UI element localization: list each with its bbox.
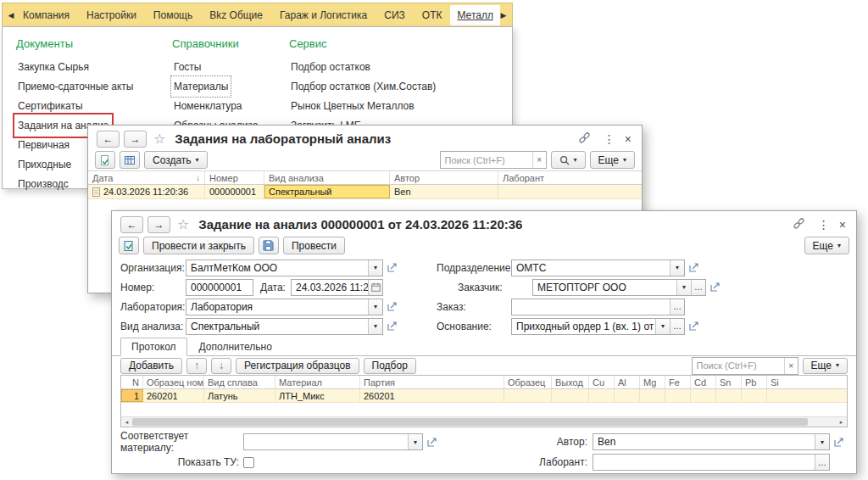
menu-item-metall[interactable]: Металл bbox=[450, 5, 499, 25]
window-menu-icon[interactable]: ⋮ bbox=[818, 218, 830, 232]
column-header-date[interactable]: Дата↓ bbox=[88, 171, 205, 184]
menu-item-zakupka-syrya[interactable]: Закупка Сырья bbox=[16, 58, 91, 76]
more-button[interactable]: Еще▾ bbox=[804, 237, 849, 254]
menu-item-sertifikaty[interactable]: Сертификаты bbox=[16, 97, 85, 115]
open-link-icon[interactable] bbox=[387, 321, 398, 332]
grid-col-batch[interactable]: Партия bbox=[360, 376, 504, 388]
ellipsis-button[interactable]: … bbox=[815, 455, 829, 470]
clear-search-icon[interactable]: × bbox=[784, 358, 798, 374]
grid-search-input[interactable] bbox=[693, 358, 784, 374]
dropdown-icon[interactable]: ▾ bbox=[368, 299, 382, 315]
grid-row[interactable]: 1 260201 Латунь ЛТН_Микс 260201 bbox=[121, 389, 847, 403]
menu-item-siz[interactable]: СИЗ bbox=[376, 5, 414, 25]
grid-cell-output[interactable] bbox=[552, 389, 589, 402]
get-link-icon[interactable] bbox=[578, 132, 591, 145]
grid-col-fe[interactable]: Fe bbox=[665, 376, 691, 388]
grid-col-output[interactable]: Выход bbox=[552, 376, 589, 388]
open-link-icon[interactable] bbox=[833, 437, 844, 448]
grid-cell-alloy[interactable]: Латунь bbox=[204, 389, 275, 402]
grid-col-cd[interactable]: Cd bbox=[691, 376, 716, 388]
cell-author[interactable]: Ben bbox=[390, 185, 498, 198]
grid-cell-batch[interactable]: 260201 bbox=[360, 389, 504, 402]
dropdown-icon[interactable]: ▾ bbox=[655, 319, 670, 334]
close-icon[interactable]: × bbox=[839, 218, 846, 232]
get-link-icon[interactable] bbox=[793, 218, 805, 231]
dropdown-icon[interactable]: ▾ bbox=[368, 260, 382, 276]
open-link-icon[interactable] bbox=[709, 282, 721, 293]
save-button[interactable] bbox=[259, 237, 279, 254]
grid-cell-sample-number[interactable]: 260201 bbox=[143, 389, 204, 402]
menu-item-gosty[interactable]: Госты bbox=[172, 58, 203, 76]
cell-lab[interactable] bbox=[498, 185, 642, 198]
grid-cell-pb[interactable] bbox=[742, 389, 767, 402]
lab-tech-field[interactable]: … bbox=[593, 454, 830, 471]
report-button[interactable] bbox=[95, 151, 115, 169]
register-samples-button[interactable]: Регистрация образцов bbox=[236, 358, 359, 374]
close-icon[interactable]: × bbox=[625, 132, 632, 146]
grid-col-material[interactable]: Материал bbox=[275, 376, 360, 388]
open-link-icon[interactable] bbox=[387, 262, 398, 273]
column-header-author[interactable]: Автор bbox=[390, 171, 498, 184]
tab-dopolnitelno[interactable]: Дополнительно bbox=[189, 338, 282, 355]
menu-item-priemo-sdatochnye-akty[interactable]: Приемо-сдаточные акты bbox=[16, 77, 135, 96]
menu-item-podbor-ostatkov[interactable]: Подбор остатков bbox=[289, 58, 372, 76]
menu-item-proizvods[interactable]: Производс bbox=[16, 175, 70, 193]
grid-col-si[interactable]: Si bbox=[767, 376, 847, 388]
create-button[interactable]: Создать▾ bbox=[144, 151, 208, 169]
grid-col-mg[interactable]: Mg bbox=[640, 376, 665, 388]
favorite-star-icon[interactable]: ☆ bbox=[177, 216, 189, 232]
customer-field[interactable]: МЕТОПТОРГ ООО▾… bbox=[532, 279, 706, 296]
back-button[interactable]: ← bbox=[120, 216, 143, 233]
menu-item-nomenklatura[interactable]: Номенклатура bbox=[172, 97, 244, 115]
post-close-button[interactable]: Провести и закрыть bbox=[143, 237, 254, 254]
grid-cell-sample[interactable] bbox=[504, 389, 552, 402]
grid-cell-cd[interactable] bbox=[691, 389, 716, 402]
grid-col-n[interactable]: N bbox=[121, 376, 143, 388]
cell-number[interactable]: 000000001 bbox=[205, 185, 264, 198]
author-field[interactable]: Ben▾ bbox=[593, 433, 830, 450]
dept-field[interactable]: ОМТС▾ bbox=[511, 260, 685, 276]
scroll-right-icon[interactable]: ▸ bbox=[836, 419, 847, 426]
search-input[interactable] bbox=[441, 152, 532, 168]
table-settings-button[interactable] bbox=[120, 151, 140, 169]
open-link-icon[interactable] bbox=[688, 262, 699, 273]
more-button[interactable]: Еще▾ bbox=[590, 151, 635, 169]
date-field[interactable]: 24.03.2026 11:20:36 bbox=[291, 279, 383, 296]
menu-item-kompaniya[interactable]: Компания bbox=[14, 5, 78, 25]
dropdown-icon[interactable]: ▾ bbox=[368, 319, 382, 334]
menu-item-otk[interactable]: ОТК bbox=[414, 5, 451, 25]
cell-date[interactable]: 24.03.2026 11:20:36 bbox=[88, 185, 205, 198]
org-field[interactable]: БалтМетКом ООО▾ bbox=[186, 260, 383, 276]
horizontal-scrollbar[interactable]: ◂ ▸ bbox=[121, 416, 847, 427]
dropdown-icon[interactable]: ▾ bbox=[670, 260, 684, 276]
dropdown-icon[interactable]: ▾ bbox=[676, 280, 691, 295]
tab-protokol[interactable]: Протокол bbox=[120, 338, 187, 356]
show-tu-checkbox[interactable] bbox=[243, 457, 254, 468]
dropdown-icon[interactable]: ▾ bbox=[408, 434, 422, 449]
order-field[interactable]: … bbox=[511, 299, 685, 315]
search-button[interactable]: ▾ bbox=[551, 151, 586, 169]
grid-col-pb[interactable]: Pb bbox=[742, 376, 767, 388]
menu-item-pervichnaya[interactable]: Первичная bbox=[16, 136, 71, 154]
back-button[interactable]: ← bbox=[97, 131, 120, 148]
add-row-button[interactable]: Добавить bbox=[120, 358, 182, 374]
analysis-type-field[interactable]: Спектральный▾ bbox=[186, 318, 383, 335]
menu-item-podbor-ostatkov-him[interactable]: Подбор остатков (Хим.Состав) bbox=[289, 77, 437, 96]
menu-item-pomosch[interactable]: Помощь bbox=[145, 5, 201, 25]
menu-item-prihodnye[interactable]: Приходные bbox=[16, 155, 73, 174]
grid-more-button[interactable]: Еще▾ bbox=[803, 358, 848, 374]
column-header-lab[interactable]: Лаборант bbox=[498, 171, 642, 184]
post-and-close-icon-button[interactable] bbox=[119, 237, 139, 254]
forward-button[interactable]: → bbox=[124, 131, 147, 148]
grid-col-al[interactable]: Al bbox=[615, 376, 640, 388]
material-match-field[interactable]: ▾ bbox=[243, 433, 423, 450]
grid-cell-n[interactable]: 1 bbox=[121, 389, 143, 402]
grid-cell-cu[interactable] bbox=[589, 389, 615, 402]
window-menu-icon[interactable]: ⋮ bbox=[604, 132, 615, 146]
grid-cell-fe[interactable] bbox=[665, 389, 691, 402]
scrollbar-thumb[interactable] bbox=[132, 418, 808, 426]
move-row-down-button[interactable]: ↓ bbox=[211, 358, 231, 374]
grid-cell-mg[interactable] bbox=[640, 389, 665, 402]
calendar-icon[interactable] bbox=[368, 280, 382, 295]
menu-item-garazh-logistika[interactable]: Гараж и Логистика bbox=[271, 5, 376, 25]
